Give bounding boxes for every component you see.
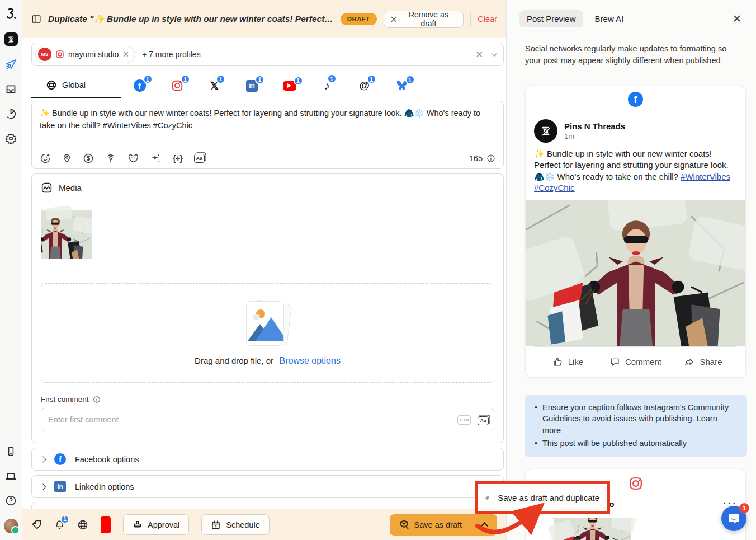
- save-as-draft-button[interactable]: Save as draft: [390, 514, 471, 536]
- post-editor[interactable]: ✨ Bundle up in style with our new winter…: [31, 101, 504, 169]
- instagram-icon: [55, 50, 64, 59]
- approval-button[interactable]: Approval: [123, 514, 189, 535]
- tab-youtube[interactable]: 1: [271, 73, 308, 98]
- sticker-icon[interactable]: [127, 153, 139, 163]
- labels-icon[interactable]: Aa: [194, 154, 205, 163]
- emoji-icon[interactable]: [40, 153, 51, 164]
- help-icon[interactable]: [5, 494, 17, 506]
- page-name: Pins N Threads: [564, 121, 625, 131]
- profile-chip[interactable]: MS mayumi studio ✕: [35, 46, 135, 63]
- comment-button[interactable]: Comment: [602, 347, 669, 377]
- remove-as-draft-button[interactable]: Remove as draft: [384, 11, 464, 28]
- page-avatar: [534, 119, 557, 143]
- first-comment-input[interactable]: [41, 408, 494, 431]
- ai-assist-icon[interactable]: [150, 153, 162, 164]
- more-profiles-label[interactable]: + 7 more profiles: [142, 50, 201, 59]
- globe-icon: [46, 79, 57, 91]
- analytics-icon[interactable]: [5, 107, 17, 120]
- tab-tiktok[interactable]: ♪1: [308, 73, 346, 98]
- facebook-logo-icon: f: [628, 92, 643, 107]
- remove-profile-icon[interactable]: ✕: [122, 50, 129, 59]
- clear-profiles-icon[interactable]: ✕: [476, 49, 483, 60]
- utm-icon[interactable]: UTM: [457, 415, 471, 425]
- labels-icon[interactable]: Aa: [478, 415, 489, 425]
- inbox-icon[interactable]: [5, 83, 17, 95]
- color-label[interactable]: [101, 516, 111, 533]
- media-thumbnail[interactable]: [41, 200, 114, 272]
- notification-badge: 1: [60, 515, 69, 524]
- profile-selector: MS mayumi studio ✕ + 7 more profiles ✕: [31, 43, 504, 66]
- share-icon: [684, 356, 694, 367]
- globe-icon[interactable]: [77, 519, 88, 530]
- network-tabs: Global f1 1 𝕏1 in1 1 ♪1 @1 1: [31, 73, 504, 98]
- save-options-toggle[interactable]: [471, 514, 497, 536]
- tab-global[interactable]: Global: [31, 73, 121, 98]
- panel-toggle-icon[interactable]: [31, 14, 41, 24]
- facebook-preview-card: f Pins N Threads 1m ✨ Bundle up in style…: [525, 86, 746, 378]
- tab-post-preview[interactable]: Post Preview: [519, 10, 583, 27]
- upload-illustration-icon: [246, 300, 290, 347]
- tab-bluesky[interactable]: 1: [383, 73, 420, 98]
- linkedin-options-accordion[interactable]: in LinkedIn options: [31, 475, 504, 498]
- note-item: Ensure your caption follows Instagram's …: [532, 402, 737, 436]
- save-as-draft-split-button: Save as draft: [390, 514, 497, 536]
- media-icon: [41, 182, 53, 194]
- ig-preview-image: [526, 518, 746, 540]
- share-button[interactable]: Share: [669, 347, 737, 377]
- mobile-icon[interactable]: [5, 445, 17, 457]
- tab-brew-ai[interactable]: Brew AI: [588, 10, 631, 27]
- variables-icon[interactable]: {+}: [173, 154, 183, 163]
- stamp-icon: [133, 520, 143, 530]
- location-icon[interactable]: [62, 153, 72, 164]
- user-avatar[interactable]: [4, 519, 18, 533]
- chevron-right-icon: [40, 483, 46, 490]
- tab-threads[interactable]: @1: [346, 73, 383, 98]
- app-logo-icon[interactable]: [5, 8, 17, 20]
- tab-x[interactable]: 𝕏1: [196, 73, 233, 98]
- support-chat-button[interactable]: 1: [721, 506, 746, 531]
- char-count: 165: [469, 154, 483, 163]
- duplicate-icon: [485, 492, 489, 504]
- browse-options-link[interactable]: Browse options: [279, 356, 340, 365]
- publishing-notes: Ensure your caption follows Instagram's …: [525, 395, 747, 457]
- clear-button[interactable]: Clear: [478, 15, 497, 24]
- broadcast-icon[interactable]: [105, 153, 116, 164]
- dropzone-label: Drag and drop file, or: [195, 356, 273, 365]
- media-section: Media Drag and drop file, or Browse opti…: [31, 173, 504, 443]
- settings-icon[interactable]: [5, 132, 17, 144]
- monetization-icon[interactable]: [83, 153, 94, 164]
- schedule-button[interactable]: Schedule: [201, 514, 269, 535]
- save-as-draft-and-duplicate-option[interactable]: Save as draft and duplicate: [475, 481, 610, 514]
- hashtag-link[interactable]: #CozyChic: [534, 183, 575, 192]
- instagram-logo-icon: [629, 476, 643, 491]
- post-text[interactable]: ✨ Bundle up in style with our new winter…: [40, 107, 495, 143]
- calendar-icon: [211, 520, 221, 530]
- facebook-options-accordion[interactable]: f Facebook options: [31, 448, 504, 471]
- chevron-down-icon[interactable]: [491, 50, 497, 56]
- tag-icon[interactable]: [31, 519, 42, 530]
- hashtag-link[interactable]: #WinterVibes: [681, 172, 730, 181]
- close-panel-icon[interactable]: ✕: [733, 13, 741, 24]
- tab-facebook[interactable]: f1: [121, 73, 158, 98]
- media-dropzone[interactable]: Drag and drop file, or Browse options: [41, 283, 494, 383]
- left-sidebar: [0, 0, 22, 540]
- tab-instagram[interactable]: 1: [158, 73, 196, 98]
- composer-header: Duplicate "✨ Bundle up in style with our…: [22, 0, 506, 38]
- editor-toolbar: {+} Aa 165: [40, 153, 495, 164]
- note-item: This post will be published automaticall…: [532, 438, 737, 449]
- workspace-avatar[interactable]: [4, 32, 18, 46]
- composer-footer: 1 Approval Schedule Save as draft: [22, 509, 506, 540]
- profile-avatar: MS: [38, 48, 51, 61]
- chat-notification-badge: 1: [739, 503, 749, 513]
- comment-icon: [609, 356, 620, 367]
- notification-bell-icon[interactable]: 1: [54, 519, 65, 530]
- like-button[interactable]: Like: [534, 347, 602, 377]
- draft-status-badge: DRAFT: [341, 13, 377, 25]
- char-count-info-icon[interactable]: [486, 154, 495, 163]
- chevron-right-icon: [40, 456, 46, 462]
- composer-title: Duplicate "✨ Bundle up in style with our…: [48, 14, 334, 24]
- publish-icon[interactable]: [5, 58, 17, 71]
- desktop-icon[interactable]: [5, 469, 17, 482]
- first-comment-info-icon[interactable]: [93, 396, 101, 403]
- tab-linkedin[interactable]: in1: [233, 73, 271, 98]
